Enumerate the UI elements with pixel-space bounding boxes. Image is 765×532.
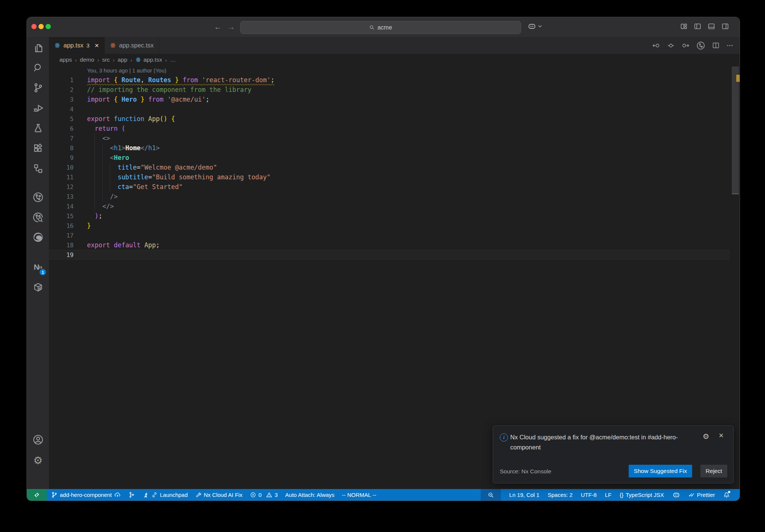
copilot-icon [527,22,536,31]
run-graph-icon[interactable] [696,41,706,50]
breadcrumb-item-app[interactable]: app [118,56,127,63]
code-line-12[interactable]: 12 cta="Get Started" [49,182,730,192]
code-line-4[interactable]: 4 [49,104,730,114]
line-number: 5 [49,114,74,124]
close-tab-icon[interactable]: × [95,41,99,50]
code-line-16[interactable]: 16} [49,221,730,231]
command-center-search[interactable]: acme [240,21,521,34]
git-branch-item[interactable]: add-hero-component [51,491,121,498]
notification-close-icon[interactable]: × [719,431,724,440]
vertical-scrollbar[interactable] [732,66,739,194]
extensions-icon[interactable] [27,139,49,157]
navigate-back-button[interactable]: ← [213,22,223,32]
breadcrumb-item-app-tsx[interactable]: app.tsx [135,56,162,63]
notifications-bell[interactable] [723,492,730,498]
connected-nodes-icon[interactable] [27,160,49,177]
code-line-15[interactable]: 15 ); [49,211,730,221]
maximize-window-button[interactable] [46,24,51,29]
code-line-8[interactable]: 8 <h1>Home</h1> [49,143,730,153]
code-line-text: <Hero [87,154,129,161]
line-number: 2 [49,85,74,95]
minimize-window-button[interactable] [38,24,44,29]
toggle-sidebar-icon[interactable] [694,22,701,30]
launchpad-label: Launchpad [160,492,188,498]
source-control-icon[interactable] [27,79,49,97]
line-number: 4 [49,105,74,114]
breadcrumb-item-demo[interactable]: demo [80,56,95,63]
line-number: 13 [49,192,74,202]
code-line-text: } [87,222,91,229]
copilot-status-item[interactable] [672,491,680,499]
nx-cloud-fix-item[interactable]: Nx Cloud AI Fix [195,492,242,498]
problems-item[interactable]: 0 3 [250,492,278,498]
code-line-10[interactable]: 10 title="Welcmoe @acme/demo" [49,163,730,172]
indentation-item[interactable]: Spaces: 2 [548,492,573,498]
search-icon[interactable] [27,59,49,77]
code-line-9[interactable]: 9 <Hero [49,153,730,163]
toggle-panel-icon[interactable] [707,22,715,30]
zoom-indicator[interactable] [481,489,501,501]
copilot-menu-button[interactable] [527,22,542,31]
account-icon[interactable] [27,431,49,449]
code-line-5[interactable]: 5export function App() { [49,114,730,124]
code-line-17[interactable]: 17 [49,231,730,240]
code-line-18[interactable]: 18export default App; [49,240,730,250]
current-change-icon[interactable] [667,41,675,50]
vim-mode-item[interactable]: -- NORMAL -- [342,492,376,498]
code-line-13[interactable]: 13 /> [49,192,730,201]
previous-change-icon[interactable] [652,41,660,50]
package-box-icon[interactable] [27,278,49,296]
remote-indicator[interactable] [27,489,47,501]
testing-icon[interactable] [27,119,49,137]
cloud-upload-icon [114,491,121,498]
settings-gear-icon[interactable]: ⚙ [27,452,49,470]
code-line-11[interactable]: 11 subtitle="Build something amazing tod… [49,172,730,182]
commit-graph-icon[interactable] [27,188,49,206]
line-number: 9 [49,153,74,163]
eol-item[interactable]: LF [605,492,611,498]
code-line-text: subtitle="Build something amazing today" [87,173,270,181]
nx-console-icon[interactable]: N›› 1 [27,258,49,276]
code-line-text: return ( [87,125,125,132]
customize-layout-icon[interactable] [680,22,688,30]
next-change-icon[interactable] [681,41,690,50]
git-graph-item[interactable] [128,492,135,498]
gitlens-inspect-icon[interactable] [27,208,49,226]
toggle-secondary-sidebar-icon[interactable] [721,22,729,30]
warning-icon [266,492,272,498]
code-line-text: </> [87,202,114,210]
close-window-button[interactable] [31,24,37,29]
tab-app-tsx[interactable]: app.tsx 3 × [49,37,105,54]
reject-button[interactable]: Reject [700,465,727,477]
code-line-2[interactable]: 2// importing the component from the lib… [49,85,730,95]
split-editor-icon[interactable] [712,41,720,49]
cursor-position-item[interactable]: Ln 19, Col 1 [509,492,539,498]
breadcrumb-separator: › [113,57,115,63]
code-line-6[interactable]: 6 return ( [49,124,730,133]
notification-settings-gear-icon[interactable]: ⚙ [703,432,709,441]
formatter-item[interactable]: ✓✓ Prettier [688,492,715,498]
breadcrumb-item-apps[interactable]: apps [59,56,72,63]
code-line-14[interactable]: 14 </> [49,201,730,211]
code-line-text: // importing the component from the libr… [87,86,251,93]
status-bar: add-hero-component Launchpad Nx Cloud AI… [27,489,740,501]
show-suggested-fix-button[interactable]: Show Suggested Fix [629,465,692,477]
code-line-19[interactable]: 19 [49,250,730,260]
tab-app-spec-tsx[interactable]: app.spec.tsx [105,37,159,54]
breadcrumb-item-src[interactable]: src [102,56,110,63]
launchpad-item[interactable]: Launchpad [142,492,188,498]
navigate-forward-button[interactable]: → [226,22,236,32]
branch-name: add-hero-component [60,492,112,498]
code-line-7[interactable]: 7 <> [49,133,730,143]
breadcrumb-item--[interactable]: … [170,56,176,63]
encoding-item[interactable]: UTF-8 [581,492,597,498]
edge-browser-icon[interactable] [27,228,49,246]
language-mode-item[interactable]: {} TypeScript JSX [620,492,664,498]
auto-attach-item[interactable]: Auto Attach: Always [285,492,335,498]
run-debug-icon[interactable] [27,99,49,117]
more-actions-icon[interactable] [726,42,734,49]
explorer-icon[interactable] [27,39,49,57]
code-line-3[interactable]: 3import { Hero } from '@acme/ui'; [49,95,730,104]
git-graph-icon [128,492,135,498]
code-line-1[interactable]: 1import { Route, Routes } from 'react-ro… [49,75,730,85]
